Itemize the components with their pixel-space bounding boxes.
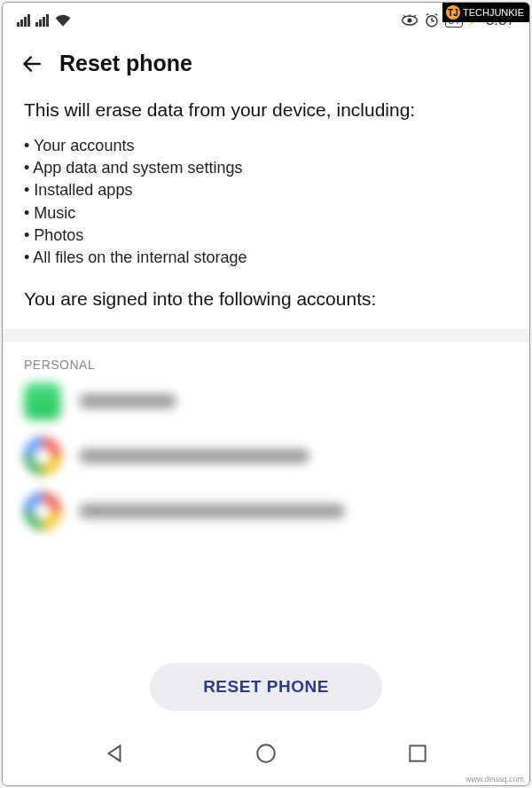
accounts-list	[3, 379, 529, 530]
navigation-bar	[3, 727, 529, 785]
signal-icon-1	[17, 14, 30, 27]
account-row[interactable]	[24, 437, 508, 475]
eye-icon	[401, 13, 419, 28]
bullet-item: Installed apps	[24, 179, 508, 201]
account-label-blurred	[79, 394, 176, 408]
svg-line-8	[426, 14, 428, 16]
signal-icon-2	[35, 14, 49, 27]
bullet-item: All files on the internal storage	[24, 247, 508, 269]
watermark-techjunkie-text: TECHJUNKIE	[463, 7, 524, 18]
reset-phone-button[interactable]: RESET PHONE	[150, 663, 382, 711]
google-icon	[24, 437, 61, 475]
wifi-icon	[54, 13, 72, 28]
alarm-icon	[424, 12, 440, 28]
nav-back-icon[interactable]	[103, 742, 126, 765]
intro-text: This will erase data from your device, i…	[24, 99, 508, 121]
whatsapp-icon	[24, 382, 61, 420]
section-divider	[3, 329, 529, 342]
bullet-item: Your accounts	[24, 135, 508, 157]
erase-bullet-list: Your accounts App data and system settin…	[24, 135, 508, 269]
svg-line-4	[414, 15, 416, 17]
account-row[interactable]	[24, 382, 508, 420]
page-title: Reset phone	[59, 51, 192, 76]
signed-in-label: You are signed into the following accoun…	[24, 288, 508, 310]
section-personal-label: PERSONAL	[3, 342, 529, 379]
bullet-item: App data and system settings	[24, 157, 508, 179]
google-icon	[24, 492, 61, 530]
account-row[interactable]	[24, 492, 508, 530]
account-label-blurred	[79, 504, 345, 518]
svg-point-1	[407, 19, 411, 23]
svg-point-10	[257, 745, 275, 762]
bullet-item: Music	[24, 202, 508, 225]
header-bar: Reset phone	[3, 38, 529, 94]
back-arrow-icon[interactable]	[20, 52, 43, 75]
bullet-item: Photos	[24, 225, 508, 247]
nav-home-icon[interactable]	[254, 742, 278, 765]
svg-line-2	[403, 15, 405, 17]
account-label-blurred	[79, 449, 309, 463]
svg-line-9	[434, 14, 436, 16]
svg-rect-11	[411, 745, 426, 760]
watermark-techjunkie: TJ TECHJUNKIE	[442, 3, 529, 22]
techjunkie-logo-icon: TJ	[446, 5, 460, 20]
watermark-bottom: www.deuaq.com	[466, 775, 524, 784]
nav-recent-icon[interactable]	[406, 742, 429, 765]
